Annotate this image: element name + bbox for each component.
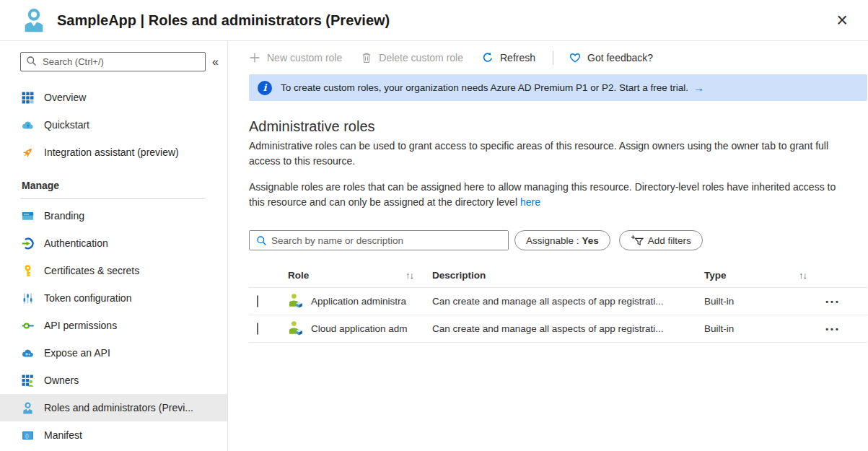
sidebar-item-label: Manifest — [44, 429, 82, 441]
column-role[interactable]: Role — [288, 270, 309, 281]
new-custom-role-button[interactable]: New custom role — [249, 52, 342, 64]
info-icon: i — [258, 81, 272, 95]
role-description: Can create and manage all aspects of app… — [432, 296, 704, 307]
filter-label: Add filters — [648, 235, 691, 246]
table-header: Role ↑↓ Description Type ↑↓ — [249, 263, 867, 288]
sort-icon[interactable]: ↑↓ — [405, 270, 413, 281]
key-icon — [22, 265, 34, 277]
divider — [20, 198, 206, 199]
assignable-filter-pill[interactable]: Assignable : Yes — [514, 230, 610, 250]
sidebar-item-overview[interactable]: Overview — [0, 84, 227, 111]
filter-plus-icon — [631, 235, 644, 246]
close-icon[interactable]: × — [833, 11, 851, 30]
info-banner[interactable]: i To create custom roles, your organizat… — [249, 74, 867, 101]
cloud-gears-icon — [22, 347, 34, 359]
command-bar: New custom role Delete custom role Refre… — [228, 41, 868, 74]
roles-table: Role ↑↓ Description Type ↑↓ Application … — [249, 263, 867, 343]
content-area: Administrative roles Administrative role… — [228, 118, 868, 343]
search-icon — [256, 235, 267, 249]
add-filters-pill[interactable]: Add filters — [619, 230, 703, 250]
app-registration-person-icon — [22, 8, 46, 32]
sign-in-arrow-icon — [22, 237, 34, 250]
sidebar: « Overview Quickstart Integration assist… — [0, 41, 228, 451]
table-row[interactable]: Cloud application adm Can create and man… — [249, 315, 867, 343]
grid-person-icon — [22, 375, 34, 387]
sidebar-nav: Overview Quickstart Integration assistan… — [0, 84, 227, 449]
sidebar-item-label: Expose an API — [44, 347, 110, 359]
sidebar-item-quickstart[interactable]: Quickstart — [0, 111, 227, 139]
banner-text: To create custom roles, your organizatio… — [281, 82, 688, 93]
sidebar-item-owners[interactable]: Owners — [0, 367, 227, 394]
sidebar-item-label: Authentication — [44, 237, 108, 249]
sliders-icon — [22, 292, 34, 305]
manifest-code-icon: () — [22, 429, 34, 442]
sidebar-item-certificates-secrets[interactable]: Certificates & secrets — [0, 257, 227, 284]
sidebar-item-label: API permissions — [44, 320, 117, 331]
role-description: Can create and manage all aspects of app… — [432, 323, 704, 334]
node-link-icon — [22, 320, 34, 332]
heart-icon — [569, 52, 581, 64]
description-paragraph-2: Assignable roles are roles that can be a… — [249, 180, 848, 210]
browser-www-icon: www — [22, 210, 34, 222]
main-panel: New custom role Delete custom role Refre… — [228, 41, 868, 451]
description-paragraph-1: Administrative roles can be used to gran… — [249, 139, 848, 169]
sidebar-item-roles-and-administrators[interactable]: Roles and administrators (Previ... — [0, 394, 227, 421]
sidebar-item-manifest[interactable]: () Manifest — [0, 421, 227, 449]
row-checkbox[interactable] — [257, 323, 258, 335]
sidebar-search — [20, 52, 206, 71]
divider — [553, 51, 553, 65]
role-person-cube-icon — [288, 293, 303, 308]
search-icon — [26, 56, 37, 69]
plus-icon — [249, 52, 260, 64]
cloud-bolt-icon — [22, 119, 34, 131]
sidebar-item-integration-assistant[interactable]: Integration assistant (preview) — [0, 139, 227, 166]
sidebar-item-label: Certificates & secrets — [44, 265, 139, 276]
got-feedback-button[interactable]: Got feedback? — [569, 52, 653, 64]
role-name[interactable]: Application administra — [311, 296, 432, 307]
arrow-right-icon[interactable]: → — [693, 82, 704, 94]
sidebar-item-authentication[interactable]: Authentication — [0, 229, 227, 257]
column-type[interactable]: Type — [704, 270, 799, 281]
button-label: Refresh — [500, 52, 535, 64]
role-type: Built-in — [704, 323, 799, 334]
sidebar-item-label: Token configuration — [44, 292, 131, 304]
svg-text:(): () — [25, 432, 29, 439]
refresh-button[interactable]: Refresh — [482, 52, 535, 64]
sidebar-item-label: Quickstart — [44, 119, 89, 131]
here-link[interactable]: here — [520, 196, 540, 208]
row-checkbox[interactable] — [257, 295, 258, 307]
delete-custom-role-button[interactable]: Delete custom role — [361, 52, 463, 64]
role-search-input[interactable] — [250, 231, 508, 250]
column-description[interactable]: Description — [432, 270, 704, 281]
filter-label: Assignable : — [526, 235, 579, 246]
sidebar-item-api-permissions[interactable]: API permissions — [0, 312, 227, 339]
sidebar-item-label: Overview — [44, 92, 86, 103]
sidebar-item-label: Branding — [44, 210, 84, 222]
sidebar-search-input[interactable] — [20, 52, 206, 71]
sidebar-item-expose-an-api[interactable]: Expose an API — [0, 339, 227, 367]
waffle-grid-icon — [22, 92, 34, 104]
sidebar-item-label: Owners — [44, 375, 79, 386]
sidebar-item-label: Integration assistant (preview) — [44, 146, 179, 158]
sort-icon[interactable]: ↑↓ — [799, 270, 867, 281]
role-type: Built-in — [704, 296, 799, 307]
button-label: Delete custom role — [379, 52, 463, 64]
refresh-icon — [482, 52, 494, 64]
role-name[interactable]: Cloud application adm — [311, 323, 432, 334]
rocket-icon — [22, 146, 34, 159]
table-search — [249, 230, 509, 250]
person-icon — [22, 402, 34, 414]
sidebar-item-token-configuration[interactable]: Token configuration — [0, 284, 227, 312]
section-heading: Administrative roles — [249, 118, 848, 135]
button-label: New custom role — [267, 52, 342, 64]
filter-value: Yes — [582, 235, 599, 246]
collapse-sidebar-icon[interactable]: « — [212, 56, 219, 69]
page-header: SampleApp | Roles and administrators (Pr… — [0, 0, 868, 41]
paragraph-text: Assignable roles are roles that can be a… — [249, 181, 836, 208]
trash-icon — [361, 52, 372, 64]
page-title: SampleApp | Roles and administrators (Pr… — [57, 12, 390, 29]
table-row[interactable]: Application administra Can create and ma… — [249, 288, 867, 315]
sidebar-item-branding[interactable]: www Branding — [0, 202, 227, 229]
more-options-icon[interactable]: ••• — [821, 322, 845, 336]
more-options-icon[interactable]: ••• — [821, 294, 845, 309]
